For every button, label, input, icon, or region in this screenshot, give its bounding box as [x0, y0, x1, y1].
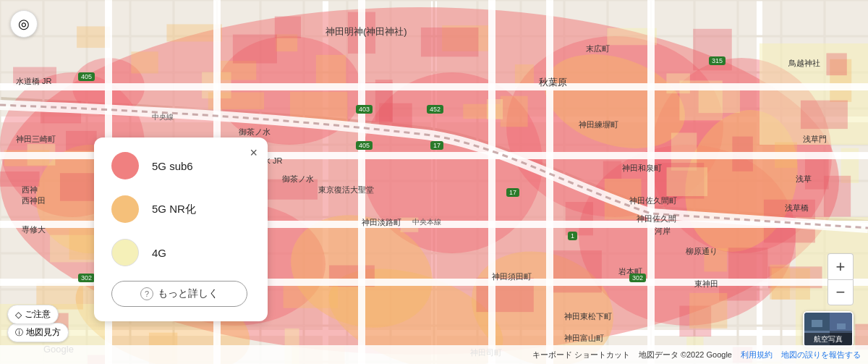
map-container: ◎ × 5G sub6 5G NR化 4G ? もっと詳しく + − [0, 0, 868, 364]
location-icon: ◎ [18, 16, 30, 32]
legend-popup: × 5G sub6 5G NR化 4G ? もっと詳しく [94, 137, 268, 321]
more-details-label: もっと詳しく [158, 287, 218, 300]
legend-item-4g: 4G [111, 239, 247, 266]
more-details-icon: ? [140, 287, 153, 300]
legend-item-5g-sub6: 5G sub6 [111, 152, 247, 179]
more-details-button[interactable]: ? もっと詳しく [111, 281, 247, 307]
keyboard-shortcut-label[interactable]: キーボード ショートカット [532, 350, 630, 360]
map-info-button[interactable]: ⓘ 地図見方 [7, 323, 69, 342]
legend-item-5g-nr: 5G NR化 [111, 195, 247, 223]
info-icon: ⓘ [15, 327, 23, 338]
terms-label[interactable]: 利用規約 [741, 350, 773, 360]
legend-circle-5g-nr [111, 195, 139, 223]
caution-label: ご注意 [25, 308, 51, 321]
zoom-out-button[interactable]: − [827, 279, 854, 305]
location-button[interactable]: ◎ [10, 10, 38, 38]
report-error-label[interactable]: 地図の誤りを報告する [781, 350, 861, 360]
svg-rect-5 [812, 320, 822, 327]
map-data-label: 地図データ ©2022 Google [639, 350, 732, 360]
legend-label-5g-nr: 5G NR化 [152, 203, 196, 216]
legend-label-4g: 4G [152, 247, 166, 259]
legend-label-5g-sub6: 5G sub6 [152, 160, 193, 172]
caution-button[interactable]: ◇ ご注意 [7, 305, 59, 324]
zoom-in-button[interactable]: + [827, 253, 854, 279]
svg-rect-6 [837, 323, 846, 329]
zoom-controls: + − [827, 253, 854, 305]
bottom-bar: キーボード ショートカット 地図データ ©2022 Google 利用規約 地図… [0, 345, 868, 364]
map-info-label: 地図見方 [26, 326, 61, 339]
aerial-photo-label: 航空写真 [804, 333, 852, 346]
legend-circle-5g-sub6 [111, 152, 139, 179]
caution-icon: ◇ [15, 310, 22, 320]
legend-close-button[interactable]: × [250, 146, 258, 159]
aerial-photo-button[interactable]: 航空写真 [803, 311, 854, 347]
legend-circle-4g [111, 239, 139, 266]
